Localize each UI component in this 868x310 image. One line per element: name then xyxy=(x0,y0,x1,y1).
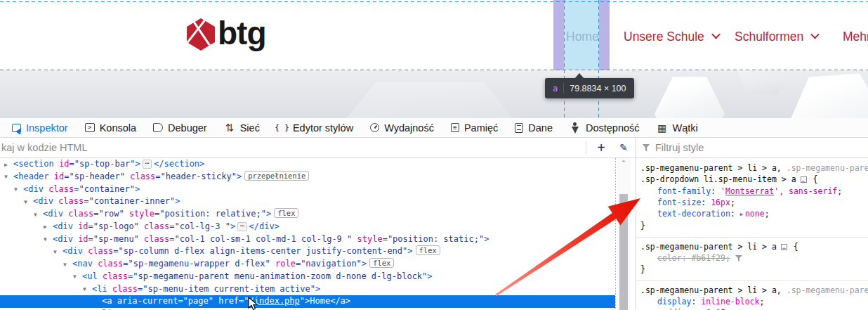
rules-pane: Filtruj style .sp-megamenu-parent > li >… xyxy=(636,138,868,310)
rule-selector[interactable]: .sp-megamenu-parent > li > a, .sp-megame… xyxy=(636,162,868,174)
devtools-tabs: InspektorKonsolaDebugerSiećEdytor stylów… xyxy=(0,118,868,138)
filter-styles-bar[interactable]: Filtruj style xyxy=(636,138,868,158)
markup-token: <a xyxy=(102,296,112,306)
tab-console[interactable]: Konsola xyxy=(77,118,145,138)
markup-pane-edge xyxy=(615,158,616,310)
markup-token: ="sp-menu" xyxy=(88,234,139,244)
markup-row[interactable]: ▼<ul class="sp-megamenu-parent menu-anim… xyxy=(0,271,615,283)
badge[interactable]: przepełnienie xyxy=(244,171,309,181)
markup-token: </section> xyxy=(154,159,204,169)
accessibility-icon xyxy=(570,122,581,134)
badge[interactable]: flex xyxy=(369,258,394,268)
expand-arrow[interactable]: ▶ xyxy=(44,221,53,233)
tooltip-divider xyxy=(563,83,564,93)
nav-item-schulformen[interactable]: Schulformen xyxy=(735,30,818,44)
selector-text: .sp-megamenu-parent > li > a xyxy=(640,242,777,252)
tab-network[interactable]: Sieć xyxy=(216,118,268,138)
highlighter-guide-right xyxy=(598,0,599,118)
markup-row[interactable]: ▼<div class="sp-column d-flex align-item… xyxy=(0,245,615,258)
expand-arrow[interactable]: ▼ xyxy=(83,283,92,296)
filter-styles-input[interactable]: Filtruj style xyxy=(655,142,704,153)
markup-token: ="sp-menu-item current-item active" xyxy=(138,284,315,294)
markup-row[interactable]: ▼<header id="sp-header" class="header-st… xyxy=(0,171,615,183)
css-declaration[interactable]: color: #b61f29; xyxy=(636,252,868,264)
expand-arrow[interactable]: ▼ xyxy=(53,246,63,259)
badge[interactable]: flex xyxy=(416,245,440,255)
markup-token: ="col-lg-3 " xyxy=(169,221,230,231)
markup-row[interactable]: ▼<div class="row" style="position: relat… xyxy=(0,208,615,221)
expand-arrow[interactable]: ▼ xyxy=(24,196,33,209)
scroll-up-icon[interactable]: ⌃ xyxy=(617,158,631,169)
css-declaration[interactable]: padding: ▶0 15px; xyxy=(636,307,868,310)
tooltip-dimensions: 79.8834 × 100 xyxy=(570,84,626,93)
ellipsis-badge[interactable]: ⋯ xyxy=(143,160,152,169)
markup-row[interactable]: ▼<div id="sp-menu" class="col-1 col-sm-1… xyxy=(0,233,615,246)
badge[interactable]: flex xyxy=(274,208,298,218)
property-value: ' xyxy=(721,186,725,196)
markup-token: class xyxy=(139,234,169,244)
markup-token: <div xyxy=(63,246,83,256)
markup-token: id xyxy=(73,234,88,244)
expand-arrow[interactable]: ▼ xyxy=(44,233,53,246)
hexagon-decoration xyxy=(727,70,804,100)
markup-search-bar[interactable]: kaj w kodzie HTML + ✎ xyxy=(0,138,636,158)
tab-styles[interactable]: Edytor stylów xyxy=(268,118,362,138)
expand-arrow[interactable]: ▼ xyxy=(34,209,43,221)
expand-arrow[interactable]: ▼ xyxy=(4,171,13,183)
tab-threads[interactable]: Wątki xyxy=(648,118,706,138)
selector-highlighter-icon[interactable] xyxy=(781,244,787,250)
nav-item-unsere-schule[interactable]: Unsere Schule xyxy=(624,30,719,44)
css-declaration[interactable]: font-family: 'Montserrat', sans-serif; xyxy=(636,186,868,197)
rule-selector[interactable]: .sp-megamenu-parent > li > a, .sp-megame… xyxy=(636,285,868,296)
expand-arrow[interactable]: ▼ xyxy=(63,259,72,271)
filter-property-icon[interactable] xyxy=(735,255,742,261)
markup-scrollbar[interactable]: ⌃ xyxy=(617,158,631,310)
eyedropper-icon[interactable]: ✎ xyxy=(612,142,636,153)
markup-row[interactable]: ▼<div class="container-inner"> xyxy=(0,195,615,208)
markup-token: ="container-inner" xyxy=(84,196,175,206)
markup-row[interactable]: ▼<nav class="sp-megamenu-wrapper d-flex"… xyxy=(0,258,615,271)
markup-row[interactable]: ▼<div class="container"> xyxy=(0,183,615,196)
markup-token: ="header-sticky" xyxy=(155,172,237,181)
tab-inspector[interactable]: Inspektor xyxy=(4,118,77,138)
expand-value-icon[interactable]: ▶ xyxy=(740,209,743,220)
logo-text: btg xyxy=(218,17,266,49)
selector-text: .sp-dropdown li.sp-menu-item > a xyxy=(640,174,796,184)
css-rule: .sp-megamenu-parent > li > a {color: #b6… xyxy=(636,237,868,278)
markup-row[interactable]: ▶<section id="sp-top-bar">⋯</section> xyxy=(0,158,615,171)
markup-token: <div xyxy=(33,196,53,206)
rule-selector[interactable]: .sp-megamenu-parent > li > a { xyxy=(636,241,868,252)
css-declaration[interactable]: text-decoration: ▶none; xyxy=(636,208,868,220)
site-logo[interactable]: btg xyxy=(187,18,266,51)
expand-arrow[interactable]: ▼ xyxy=(73,271,82,283)
css-declaration[interactable]: font-size: 16px; xyxy=(636,197,868,208)
css-declaration[interactable]: display: inline-block; xyxy=(636,296,868,307)
markup-token: style xyxy=(352,234,382,244)
markup-token: <nav xyxy=(72,259,93,269)
performance-icon xyxy=(370,123,379,132)
rule-selector[interactable]: .sp-dropdown li.sp-menu-item > a { xyxy=(636,174,868,185)
selector-highlighter-icon[interactable] xyxy=(801,176,807,183)
ellipsis-badge[interactable]: ⋯ xyxy=(237,222,246,231)
markup-token: " xyxy=(300,296,305,306)
search-input[interactable]: kaj w kodzie HTML xyxy=(1,142,586,153)
markup-token: ="page" xyxy=(178,296,213,306)
markup-token: > xyxy=(135,184,140,194)
markup-token: role xyxy=(270,259,296,269)
tab-memory[interactable]: Pamięć xyxy=(442,118,506,138)
scrollbar-thumb[interactable] xyxy=(619,194,628,310)
nav-item-mehr[interactable]: Mehr xyxy=(843,30,868,44)
markup-row[interactable]: ▼<li class="sp-menu-item current-item ac… xyxy=(0,283,615,296)
markup-row[interactable]: <a aria-current="page" href="/index.php"… xyxy=(0,295,615,308)
node-info-tooltip: a 79.8834 × 100 xyxy=(545,78,634,98)
add-node-button[interactable]: + xyxy=(591,140,612,156)
markup-token: class xyxy=(98,271,128,281)
expand-arrow[interactable]: ▶ xyxy=(4,159,13,172)
markup-row[interactable]: ▶<div id="sp-logo" class="col-lg-3 ">⋯</… xyxy=(0,221,615,233)
expand-arrow[interactable]: ▼ xyxy=(14,183,23,196)
tab-storage[interactable]: Dane xyxy=(506,118,561,138)
tab-accessibility[interactable]: Dostępność xyxy=(561,118,648,138)
tab-debugger[interactable]: Debuger xyxy=(145,118,216,138)
tab-performance[interactable]: Wydajność xyxy=(362,118,442,138)
rule-close-brace: } xyxy=(636,264,868,275)
